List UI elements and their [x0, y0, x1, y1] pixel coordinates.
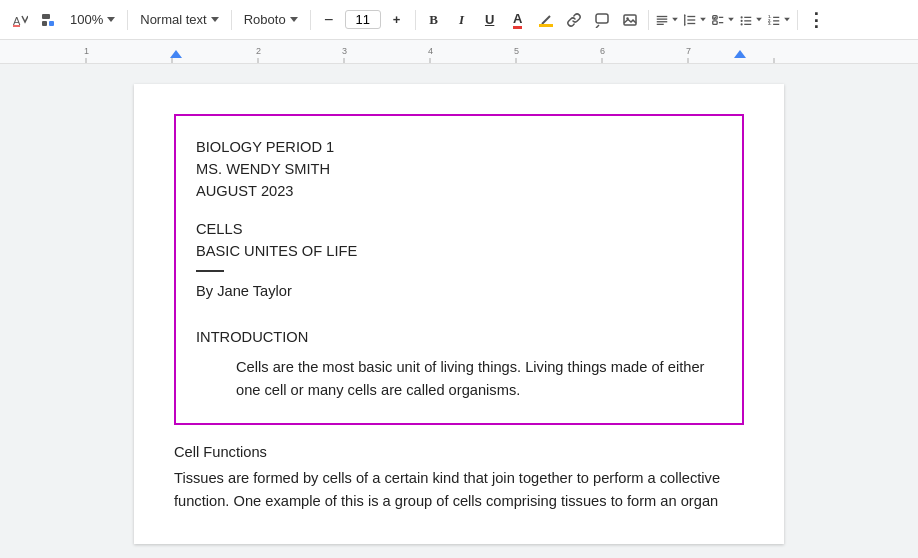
- toolbar: A 100% Normal text Roboto − 11 +: [0, 0, 918, 40]
- page: BIOLOGY PERIOD 1 MS. WENDY SMITH AUGUST …: [134, 84, 784, 544]
- svg-rect-4: [49, 21, 54, 26]
- teacher-line: MS. WENDY SMITH: [196, 158, 722, 180]
- cells-heading: CELLS: [196, 218, 722, 240]
- font-size-value: 11: [355, 12, 369, 27]
- link-button[interactable]: [562, 8, 586, 32]
- font-chevron: [290, 17, 298, 22]
- font-value: Roboto: [244, 12, 286, 27]
- date-line: AUGUST 2023: [196, 180, 722, 202]
- separator-6: [797, 10, 798, 30]
- font-size-input[interactable]: 11: [345, 10, 381, 29]
- numbered-list-button[interactable]: 1. 2. 3.: [767, 8, 791, 32]
- font-selector[interactable]: Roboto: [238, 10, 304, 29]
- svg-rect-2: [42, 14, 50, 19]
- cell-functions-heading: Cell Functions: [174, 441, 744, 463]
- ruler: 1 2 3 4 5 6 7: [0, 40, 918, 64]
- image-button[interactable]: [618, 8, 642, 32]
- svg-rect-3: [42, 21, 47, 26]
- paint-format-icon[interactable]: [36, 10, 60, 30]
- svg-text:4: 4: [428, 46, 433, 56]
- cells-subtitle: BASIC UNITES OF LIFE: [196, 240, 722, 262]
- intro-text: Cells are the most basic unit of living …: [236, 356, 722, 403]
- font-size-decrease-button[interactable]: −: [317, 8, 341, 32]
- svg-point-22: [740, 16, 742, 18]
- svg-text:A: A: [13, 15, 21, 27]
- svg-text:1: 1: [84, 46, 89, 56]
- svg-point-24: [740, 19, 742, 21]
- title-block: BIOLOGY PERIOD 1 MS. WENDY SMITH AUGUST …: [196, 136, 722, 202]
- cells-title-block: CELLS BASIC UNITES OF LIFE: [196, 218, 722, 262]
- svg-rect-34: [0, 40, 918, 64]
- svg-text:7: 7: [686, 46, 691, 56]
- body-text: Tissues are formed by cells of a certain…: [174, 467, 744, 514]
- list-button[interactable]: [739, 8, 763, 32]
- comment-button[interactable]: [590, 8, 614, 32]
- svg-text:3.: 3.: [768, 21, 772, 26]
- svg-line-8: [596, 25, 599, 28]
- document-area: BIOLOGY PERIOD 1 MS. WENDY SMITH AUGUST …: [0, 64, 918, 558]
- svg-rect-9: [624, 15, 636, 25]
- divider: [196, 270, 224, 272]
- separator-2: [231, 10, 232, 30]
- text-style-selector[interactable]: Normal text: [134, 10, 224, 29]
- svg-rect-20: [712, 20, 716, 24]
- svg-line-5: [542, 16, 550, 24]
- intro-heading: INTRODUCTION: [196, 326, 722, 348]
- zoom-value: 100%: [70, 12, 103, 27]
- font-color-button[interactable]: A: [506, 8, 530, 32]
- line-spacing-button[interactable]: [683, 8, 707, 32]
- text-style-value: Normal text: [140, 12, 206, 27]
- checklist-button[interactable]: [711, 8, 735, 32]
- svg-text:2: 2: [256, 46, 261, 56]
- spell-check-icon[interactable]: A: [8, 10, 32, 30]
- separator-4: [415, 10, 416, 30]
- align-button[interactable]: [655, 8, 679, 32]
- selected-block[interactable]: BIOLOGY PERIOD 1 MS. WENDY SMITH AUGUST …: [174, 114, 744, 425]
- biology-line: BIOLOGY PERIOD 1: [196, 136, 722, 158]
- svg-point-26: [740, 23, 742, 25]
- svg-rect-7: [596, 14, 608, 23]
- text-style-chevron: [211, 17, 219, 22]
- separator-5: [648, 10, 649, 30]
- font-size-increase-button[interactable]: +: [385, 8, 409, 32]
- separator-1: [127, 10, 128, 30]
- svg-rect-6: [539, 24, 553, 27]
- bold-button[interactable]: B: [422, 8, 446, 32]
- svg-text:3: 3: [342, 46, 347, 56]
- underline-button[interactable]: U: [478, 8, 502, 32]
- page-content: BIOLOGY PERIOD 1 MS. WENDY SMITH AUGUST …: [134, 84, 784, 544]
- svg-text:6: 6: [600, 46, 605, 56]
- more-options-button[interactable]: ⋮: [804, 8, 828, 32]
- svg-text:5: 5: [514, 46, 519, 56]
- separator-3: [310, 10, 311, 30]
- italic-button[interactable]: I: [450, 8, 474, 32]
- author-line: By Jane Taylor: [196, 280, 722, 302]
- highlight-button[interactable]: [534, 8, 558, 32]
- zoom-selector[interactable]: 100%: [64, 10, 121, 29]
- zoom-chevron: [107, 17, 115, 22]
